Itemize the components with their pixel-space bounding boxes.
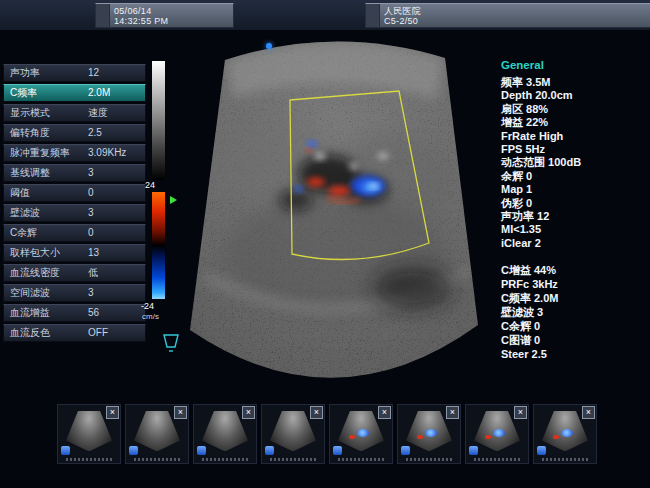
- info-line: 动态范围 100dB: [501, 156, 649, 169]
- thumbnail-caption: [406, 458, 452, 461]
- thumbnail-strip: × × × × ×: [0, 400, 650, 472]
- param-row[interactable]: 空间滤波 3: [3, 284, 146, 302]
- info-line: 声功率 12: [501, 210, 649, 223]
- param-row[interactable]: 血流增益 56: [3, 304, 146, 322]
- parameter-panel: 声功率 12 C频率 2.0M 显示模式 速度 偏转角度 2.5 脉冲重复频率 …: [3, 64, 146, 344]
- param-label: 血流增益: [10, 305, 50, 321]
- info-line: 伪彩 0: [501, 197, 649, 210]
- thumbnail[interactable]: ×: [57, 404, 121, 464]
- param-row[interactable]: 血流线密度 低: [3, 264, 146, 282]
- param-row[interactable]: 显示模式 速度: [3, 104, 146, 122]
- velocity-min-label: -24: [141, 301, 154, 311]
- thumbnail[interactable]: ×: [261, 404, 325, 464]
- param-value: 0: [88, 225, 94, 241]
- bmode-info-group: 频率 3.5M Depth 20.0cm 扇区 88% 增益 22% FrRat…: [501, 76, 649, 250]
- info-line: C增益 44%: [501, 263, 649, 277]
- param-row[interactable]: 壁滤波 3: [3, 204, 146, 222]
- param-label: 取样包大小: [10, 245, 60, 261]
- hospital-panel: 人民医院 C5-2/50: [365, 3, 650, 28]
- param-row[interactable]: 声功率 12: [3, 64, 146, 82]
- ultrasound-image: [178, 38, 494, 386]
- close-icon[interactable]: ×: [310, 406, 323, 419]
- hospital-text: 人民医院: [384, 6, 421, 16]
- ultrasound-image-area: [178, 38, 494, 386]
- close-icon[interactable]: ×: [174, 406, 187, 419]
- doppler-blue-spot: [425, 429, 437, 437]
- param-value: 3.09KHz: [88, 145, 126, 161]
- param-row[interactable]: 偏转角度 2.5: [3, 124, 146, 142]
- info-line: Map 1: [501, 183, 649, 196]
- ultrasound-screen: 05/06/14 14:32:55 PM 人民医院 C5-2/50 声功率 12…: [0, 0, 650, 488]
- cursor-dot: [266, 43, 272, 49]
- cine-icon: [129, 446, 138, 455]
- param-value: 速度: [88, 105, 108, 121]
- thumbnail[interactable]: ×: [465, 404, 529, 464]
- param-label: 壁滤波: [10, 205, 40, 221]
- thumbnail-caption: [66, 458, 112, 461]
- param-label: 阈值: [10, 185, 30, 201]
- param-label: 血流反色: [10, 325, 50, 341]
- panel-notch: [366, 4, 380, 27]
- param-row[interactable]: 阈值 0: [3, 184, 146, 202]
- thumbnail[interactable]: ×: [397, 404, 461, 464]
- thumbnail-caption: [134, 458, 180, 461]
- doppler-red-spot: [349, 435, 355, 439]
- top-bar: 05/06/14 14:32:55 PM 人民医院 C5-2/50: [0, 0, 650, 30]
- param-value: 3: [88, 285, 94, 301]
- thumbnail[interactable]: ×: [193, 404, 257, 464]
- close-icon[interactable]: ×: [514, 406, 527, 419]
- doppler-blue-spot: [357, 429, 369, 437]
- param-value: OFF: [88, 325, 108, 341]
- param-row-selected[interactable]: C频率 2.0M: [3, 84, 146, 102]
- color-doppler-bar: [152, 192, 165, 299]
- param-value: 3: [88, 205, 94, 221]
- param-value: 低: [88, 265, 98, 281]
- thumbnail-caption: [474, 458, 520, 461]
- thumbnail-caption: [542, 458, 588, 461]
- param-value: 2.5: [88, 125, 102, 141]
- info-line: FPS 5Hz: [501, 143, 649, 156]
- info-line: C频率 2.0M: [501, 291, 649, 305]
- color-info-group: C增益 44% PRFc 3kHz C频率 2.0M 壁滤波 3 C余辉 0 C…: [501, 263, 649, 361]
- info-line: C余辉 0: [501, 319, 649, 333]
- cine-icon: [61, 446, 70, 455]
- thumbnail[interactable]: ×: [533, 404, 597, 464]
- close-icon[interactable]: ×: [446, 406, 459, 419]
- thumbnail[interactable]: ×: [329, 404, 393, 464]
- cine-icon: [333, 446, 342, 455]
- time-text: 14:32:55 PM: [114, 16, 168, 26]
- info-line: iClear 2: [501, 237, 649, 250]
- velocity-max-label: 24: [145, 180, 155, 190]
- preset-header: General: [501, 59, 649, 71]
- param-value: 12: [88, 65, 99, 81]
- grayscale-bar: [152, 61, 165, 180]
- info-line: C图谱 0: [501, 333, 649, 347]
- param-row[interactable]: 血流反色 OFF: [3, 324, 146, 342]
- close-icon[interactable]: ×: [378, 406, 391, 419]
- param-row[interactable]: 脉冲重复频率 3.09KHz: [3, 144, 146, 162]
- param-label: 空间滤波: [10, 285, 50, 301]
- param-value: 0: [88, 185, 94, 201]
- close-icon[interactable]: ×: [242, 406, 255, 419]
- panel-notch: [96, 4, 110, 27]
- info-line: 壁滤波 3: [501, 305, 649, 319]
- param-row[interactable]: 基线调整 3: [3, 164, 146, 182]
- date-text: 05/06/14: [114, 6, 168, 16]
- info-line: PRFc 3kHz: [501, 277, 649, 291]
- close-icon[interactable]: ×: [582, 406, 595, 419]
- info-line: 增益 22%: [501, 116, 649, 129]
- info-line: 扇区 88%: [501, 103, 649, 116]
- thumbnail-caption: [270, 458, 316, 461]
- param-row[interactable]: C余辉 0: [3, 224, 146, 242]
- velocity-unit-label: cm/s: [142, 312, 159, 321]
- close-icon[interactable]: ×: [106, 406, 119, 419]
- param-label: 偏转角度: [10, 125, 50, 141]
- param-label: 基线调整: [10, 165, 50, 181]
- focus-marker-icon: [170, 196, 177, 204]
- probe-text: C5-2/50: [384, 16, 421, 26]
- info-line: 频率 3.5M: [501, 76, 649, 89]
- param-row[interactable]: 取样包大小 13: [3, 244, 146, 262]
- thumbnail[interactable]: ×: [125, 404, 189, 464]
- datetime-panel: 05/06/14 14:32:55 PM: [95, 3, 234, 28]
- param-label: 血流线密度: [10, 265, 60, 281]
